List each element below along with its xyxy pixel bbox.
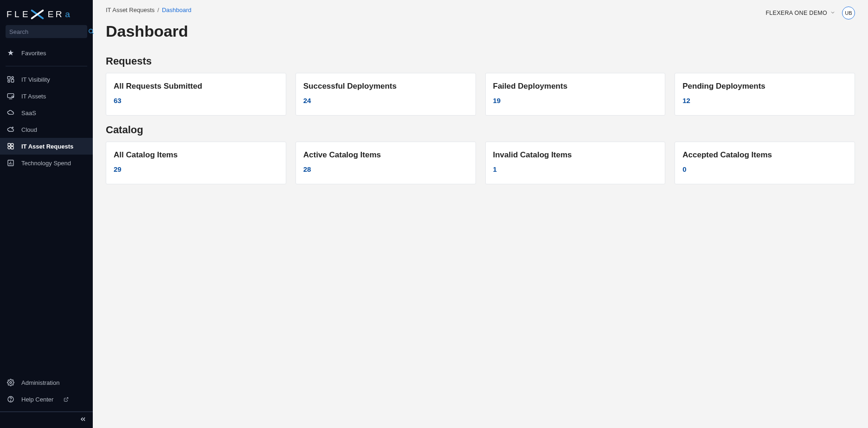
main-content: IT Asset Requests / Dashboard FLEXERA ON…: [93, 0, 868, 428]
svg-text:E: E: [22, 9, 29, 19]
svg-text:R: R: [56, 9, 64, 19]
svg-rect-21: [11, 147, 13, 149]
chart-icon: [6, 159, 15, 167]
sidebar-item-technology-spend[interactable]: Technology Spend: [0, 155, 93, 171]
svg-point-30: [10, 401, 11, 401]
page-title: Dashboard: [93, 19, 868, 49]
sidebar-item-label: Administration: [21, 379, 59, 386]
svg-point-16: [12, 96, 13, 97]
card-label: Pending Deployments: [682, 82, 847, 91]
card-all-requests-submitted[interactable]: All Requests Submitted 63: [106, 73, 286, 116]
card-value: 1: [493, 165, 658, 173]
sidebar-item-it-assets[interactable]: IT Assets: [0, 88, 93, 104]
sidebar-item-label: IT Asset Requests: [21, 143, 73, 150]
card-label: All Requests Submitted: [114, 82, 278, 91]
svg-point-22: [11, 143, 13, 146]
flexera-logo-icon: F L E E R a: [6, 8, 76, 20]
visibility-icon: [6, 75, 15, 84]
search-input[interactable]: [9, 28, 87, 35]
saas-icon: [6, 109, 15, 117]
svg-rect-11: [11, 79, 13, 82]
card-pending-deployments[interactable]: Pending Deployments 12: [675, 73, 855, 116]
card-invalid-catalog-items[interactable]: Invalid Catalog Items 1: [485, 142, 666, 184]
card-failed-deployments[interactable]: Failed Deployments 19: [485, 73, 666, 116]
sidebar-item-label: Help Center: [21, 396, 53, 403]
sidebar-item-label: Cloud: [21, 126, 37, 133]
svg-text:a: a: [65, 9, 71, 19]
card-all-catalog-items[interactable]: All Catalog Items 29: [106, 142, 286, 184]
card-successful-deployments[interactable]: Successful Deployments 24: [296, 73, 476, 116]
requests-icon: [6, 142, 15, 150]
search-input-wrap[interactable]: [6, 25, 87, 38]
sidebar-item-help-center[interactable]: Help Center: [0, 391, 93, 408]
card-label: Active Catalog Items: [303, 150, 468, 160]
sidebar-item-label: Technology Spend: [21, 160, 71, 167]
breadcrumb: IT Asset Requests / Dashboard: [106, 6, 192, 13]
sidebar-item-label: IT Visibility: [21, 76, 50, 83]
sidebar-item-administration[interactable]: Administration: [0, 374, 93, 391]
svg-rect-20: [8, 143, 10, 146]
help-icon: [6, 395, 15, 403]
card-value: 29: [114, 165, 278, 173]
external-link-icon: [62, 395, 70, 403]
star-icon: [6, 49, 15, 57]
section-title-requests: Requests: [106, 55, 855, 67]
breadcrumb-separator: /: [157, 6, 159, 13]
card-accepted-catalog-items[interactable]: Accepted Catalog Items 0: [675, 142, 855, 184]
svg-rect-13: [8, 80, 10, 82]
sidebar-item-cloud[interactable]: Cloud: [0, 121, 93, 138]
svg-rect-14: [7, 94, 13, 98]
avatar-initials: UB: [845, 10, 852, 16]
card-label: Invalid Catalog Items: [493, 150, 658, 160]
sidebar-item-label: Favorites: [21, 50, 46, 57]
avatar[interactable]: UB: [842, 6, 855, 19]
sidebar-item-saas[interactable]: SaaS: [0, 104, 93, 121]
chevron-double-left-icon: [79, 415, 87, 425]
card-value: 19: [493, 97, 658, 104]
cloud-icon: [6, 125, 15, 134]
svg-point-8: [89, 29, 93, 33]
sidebar-item-it-visibility[interactable]: IT Visibility: [0, 71, 93, 88]
breadcrumb-parent[interactable]: IT Asset Requests: [106, 6, 154, 13]
sidebar: F L E E R a: [0, 0, 93, 428]
card-value: 63: [114, 97, 278, 104]
card-value: 28: [303, 165, 468, 173]
gear-icon: [6, 378, 15, 387]
svg-text:L: L: [14, 9, 20, 19]
section-title-catalog: Catalog: [106, 124, 855, 136]
org-name: FLEXERA ONE DEMO: [765, 10, 827, 16]
card-value: 12: [682, 97, 847, 104]
card-value: 0: [682, 165, 847, 173]
chevron-down-icon: [830, 10, 836, 17]
card-value: 24: [303, 97, 468, 104]
sidebar-item-favorites[interactable]: Favorites: [0, 45, 93, 61]
svg-point-28: [10, 382, 12, 383]
svg-line-31: [65, 397, 68, 400]
svg-point-23: [8, 147, 10, 149]
sidebar-item-label: IT Assets: [21, 93, 46, 100]
sidebar-item-label: SaaS: [21, 110, 36, 117]
breadcrumb-current[interactable]: Dashboard: [162, 6, 192, 13]
card-label: Failed Deployments: [493, 82, 658, 91]
card-label: Successful Deployments: [303, 82, 468, 91]
card-active-catalog-items[interactable]: Active Catalog Items 28: [296, 142, 476, 184]
org-selector[interactable]: FLEXERA ONE DEMO: [765, 10, 836, 17]
sidebar-item-it-asset-requests[interactable]: IT Asset Requests: [0, 138, 93, 155]
monitor-icon: [6, 92, 15, 100]
logo: F L E E R a: [0, 0, 93, 25]
svg-point-12: [12, 77, 13, 78]
svg-text:E: E: [48, 9, 55, 19]
collapse-sidebar-button[interactable]: [78, 415, 88, 425]
card-label: Accepted Catalog Items: [682, 150, 847, 160]
svg-text:F: F: [6, 9, 13, 19]
svg-rect-10: [7, 77, 10, 79]
card-label: All Catalog Items: [114, 150, 278, 160]
